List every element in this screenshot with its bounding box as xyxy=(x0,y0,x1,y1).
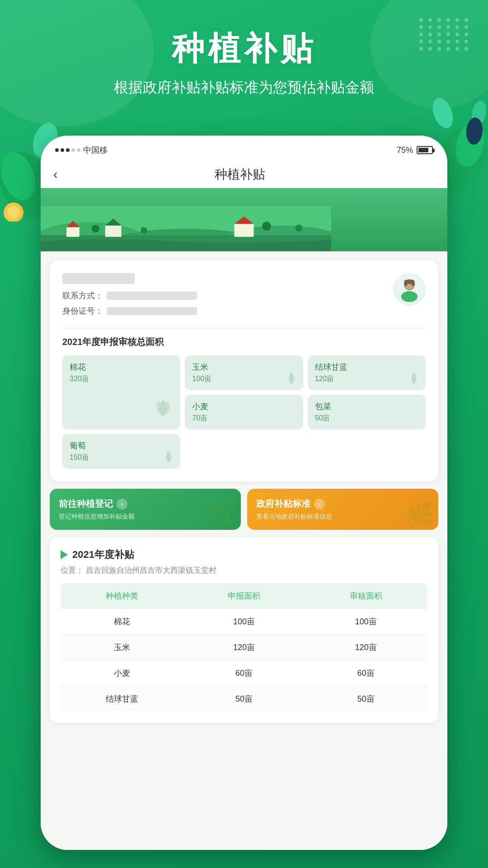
crop-name-cotton: 棉花 xyxy=(70,362,173,373)
crop-name-grape: 葡萄 xyxy=(70,440,173,451)
svg-rect-15 xyxy=(66,227,80,236)
signal-dots xyxy=(55,148,80,152)
crop-card-cabbage: 结球甘蓝 120亩 xyxy=(308,355,426,390)
cell-crop: 玉米 xyxy=(61,635,183,660)
table-row: 结球甘蓝50亩50亩 xyxy=(61,686,427,712)
svg-rect-19 xyxy=(235,224,254,237)
svg-point-29 xyxy=(404,280,408,286)
cell-crop: 小麦 xyxy=(61,660,183,686)
user-info-left: 联系方式： 身份证号： xyxy=(62,273,393,321)
plant-register-btn[interactable]: 前往种植登记 › 登记种植信息增加补贴金额 🌿 xyxy=(50,489,241,530)
col-declared: 申报面积 xyxy=(183,583,305,609)
crop-card-wheat: 小麦 70亩 xyxy=(185,395,303,429)
govt-subsidy-title: 政府补贴标准 › xyxy=(256,498,429,510)
table-header: 种植种类 申报面积 审核面积 xyxy=(61,583,427,609)
table-row: 棉花100亩100亩 xyxy=(61,609,427,635)
bottom-spacer xyxy=(50,723,438,736)
btn-leaf-icon: 🌿 xyxy=(208,501,236,528)
id-field: 身份证号： xyxy=(62,306,393,316)
govt-subsidy-btn[interactable]: 政府补贴标准 › 查看当地政府补贴标准信息 🌿 xyxy=(247,489,438,530)
cell-declared: 50亩 xyxy=(183,686,305,712)
crop-area-cotton: 320亩 xyxy=(70,374,173,384)
crop-grid: 棉花 320亩 玉米 100亩 结球甘蓝 120 xyxy=(62,355,426,469)
crop-name-corn: 玉米 xyxy=(192,362,296,373)
crop-name-wheat: 小麦 xyxy=(192,401,296,412)
svg-rect-17 xyxy=(105,226,122,237)
svg-point-7 xyxy=(429,95,457,131)
phone-mockup: 中国移 75% ‹ 种植补贴 xyxy=(41,136,447,850)
signal-dot-3 xyxy=(66,148,70,152)
svg-point-23 xyxy=(262,222,271,231)
govt-subsidy-subtitle: 查看当地政府补贴标准信息 xyxy=(256,513,429,521)
govt-subsidy-arrow: › xyxy=(314,499,325,509)
crop-area-corn: 100亩 xyxy=(192,374,296,384)
app-navbar: ‹ 种植补贴 xyxy=(41,161,447,188)
subtitle: 根据政府补贴补贴标准为您预估补贴金额 xyxy=(0,78,488,98)
cell-declared: 120亩 xyxy=(183,635,305,660)
carrier-name: 中国移 xyxy=(83,145,108,156)
status-bar: 中国移 75% xyxy=(41,136,447,161)
cell-crop: 棉花 xyxy=(61,609,183,635)
hero-landscape-svg xyxy=(41,206,331,251)
btn-leaf-icon-2: 🌿 xyxy=(406,501,434,528)
battery-fill xyxy=(418,148,428,152)
subsidy-table: 种植种类 申报面积 审核面积 棉花100亩100亩玉米120亩120亩小麦60亩… xyxy=(61,583,427,712)
location-value: 昌吉回族自治州昌吉市大西渠镇玉堂村 xyxy=(86,566,216,575)
table-body: 棉花100亩100亩玉米120亩120亩小麦60亩60亩结球甘蓝50亩50亩 xyxy=(61,609,427,712)
svg-point-4 xyxy=(7,206,20,219)
table-header-row: 种植种类 申报面积 审核面积 xyxy=(61,583,427,609)
battery-percent: 75% xyxy=(397,146,413,155)
contact-field: 联系方式： xyxy=(62,290,393,301)
cell-approved: 100亩 xyxy=(305,609,427,635)
crop-card-grape: 葡萄 150亩 xyxy=(62,434,180,469)
signal-dot-2 xyxy=(61,148,64,152)
subsidy-header: 2021年度补贴 xyxy=(61,548,427,561)
signal-dot-5 xyxy=(77,148,80,152)
action-buttons: 前往种植登记 › 登记种植信息增加补贴金额 🌿 政府补贴标准 › 查看当地政府补… xyxy=(50,489,438,530)
crop-icon-cabbage xyxy=(405,368,423,388)
status-right: 75% xyxy=(397,146,433,155)
crop-icon-corn xyxy=(282,368,300,388)
svg-point-22 xyxy=(141,227,147,233)
crop-icon-grape xyxy=(160,447,178,467)
id-label: 身份证号： xyxy=(62,306,103,316)
crop-name-baocai: 包菜 xyxy=(315,401,418,412)
crop-name-cabbage: 结球甘蓝 xyxy=(315,362,418,373)
user-info-row: 联系方式： 身份证号： xyxy=(62,273,426,321)
location-text: 位置： 昌吉回族自治州昌吉市大西渠镇玉堂村 xyxy=(61,565,427,576)
signal-area: 中国移 xyxy=(55,145,108,156)
subsidy-year-title: 2021年度补贴 xyxy=(72,548,134,561)
crop-card-cotton: 棉花 320亩 xyxy=(62,355,180,429)
plant-register-subtitle: 登记种植信息增加补贴金额 xyxy=(59,513,232,521)
id-value-blur xyxy=(107,307,197,315)
table-row: 小麦60亩60亩 xyxy=(61,660,427,686)
plant-register-title: 前往种植登记 › xyxy=(59,498,232,510)
user-card: 联系方式： 身份证号： xyxy=(50,260,438,481)
back-button[interactable]: ‹ xyxy=(53,167,57,182)
svg-point-24 xyxy=(296,225,303,232)
battery-icon xyxy=(417,146,433,154)
svg-point-30 xyxy=(411,280,415,286)
cell-declared: 100亩 xyxy=(183,609,305,635)
signal-dot-4 xyxy=(71,148,75,152)
cell-crop: 结球甘蓝 xyxy=(61,686,183,712)
location-label: 位置： xyxy=(61,566,84,575)
crop-area-cabbage: 120亩 xyxy=(315,374,418,384)
main-title: 种植补贴 xyxy=(0,27,488,71)
crop-area-baocai: 50亩 xyxy=(315,414,418,423)
cell-approved: 120亩 xyxy=(305,635,427,660)
contact-value-blur xyxy=(107,292,197,300)
crop-area-wheat: 70亩 xyxy=(192,414,296,423)
user-avatar xyxy=(393,273,426,306)
subsidy-section: 2021年度补贴 位置： 昌吉回族自治州昌吉市大西渠镇玉堂村 种植种类 申报面积… xyxy=(50,537,438,723)
contact-label: 联系方式： xyxy=(62,290,103,301)
divider xyxy=(62,328,426,329)
app-content[interactable]: 联系方式： 身份证号： xyxy=(41,251,447,850)
cell-approved: 60亩 xyxy=(305,660,427,686)
area-section-title: 2021年度申报审核总面积 xyxy=(62,336,426,348)
col-crop: 种植种类 xyxy=(61,583,183,609)
nav-title: 种植补贴 xyxy=(57,166,422,183)
table-row: 玉米120亩120亩 xyxy=(61,635,427,660)
crop-icon-cotton xyxy=(150,394,177,426)
app-hero xyxy=(41,188,447,251)
